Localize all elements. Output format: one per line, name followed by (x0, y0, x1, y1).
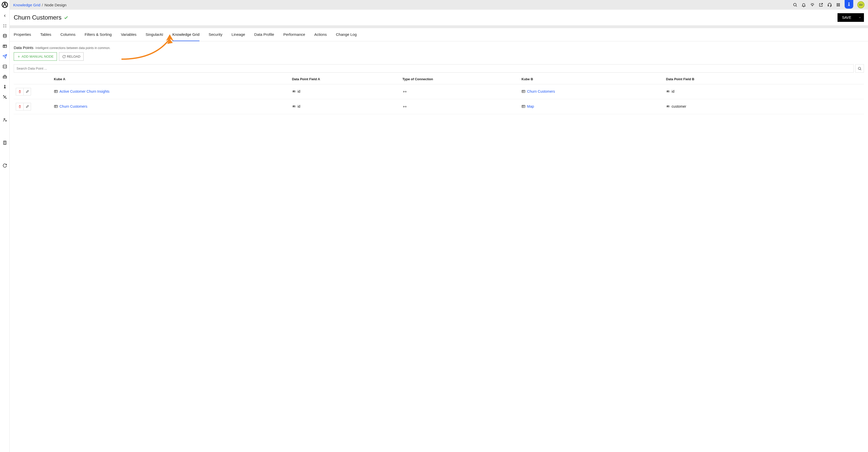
search-input[interactable] (14, 64, 854, 73)
left-rail (0, 0, 10, 452)
tab-properties[interactable]: Properties (14, 28, 31, 41)
svg-rect-19 (839, 3, 840, 4)
svg-rect-6 (3, 45, 7, 48)
svg-point-4 (5, 26, 6, 27)
apps-icon[interactable] (2, 23, 7, 28)
field-a-value: id (298, 104, 300, 108)
field-a-value: id (298, 89, 300, 93)
svg-point-5 (3, 34, 6, 36)
tab-knowledge-grid[interactable]: Knowledge Grid (172, 28, 199, 41)
tab-variables[interactable]: Variables (121, 28, 136, 41)
code-icon[interactable] (2, 64, 7, 69)
table-row: Active Customer Churn Insights 12id Chur… (14, 84, 864, 99)
svg-text:12: 12 (293, 91, 295, 92)
svg-rect-24 (838, 6, 839, 6)
button-row: ADD MANUAL NODE RELOAD (14, 52, 864, 61)
svg-point-2 (5, 25, 6, 25)
tools-icon[interactable] (2, 94, 7, 100)
link-icon (402, 104, 517, 109)
tab-change-log[interactable]: Change Log (336, 28, 357, 41)
svg-rect-15 (828, 5, 829, 6)
svg-text:12: 12 (667, 91, 669, 92)
grid-apps-icon[interactable] (836, 3, 841, 7)
svg-rect-25 (839, 6, 840, 6)
refresh-icon[interactable] (2, 163, 7, 168)
add-manual-node-button[interactable]: ADD MANUAL NODE (14, 52, 57, 61)
check-icon (64, 15, 69, 20)
kube-a-link[interactable]: Active Customer Churn Insights (59, 89, 110, 93)
tab-filters-sorting[interactable]: Filters & Sorting (85, 28, 112, 41)
svg-rect-17 (837, 3, 838, 4)
tabs: Properties Tables Columns Filters & Sort… (10, 28, 868, 41)
delete-row-button[interactable] (16, 103, 23, 110)
lightbulb-icon[interactable] (810, 3, 815, 7)
svg-point-27 (858, 67, 861, 69)
add-manual-node-label: ADD MANUAL NODE (22, 55, 54, 58)
compass-icon[interactable] (2, 84, 7, 89)
col-connection: Type of Connection (400, 74, 519, 84)
save-dropdown-button[interactable] (856, 13, 864, 22)
breadcrumb-current: Node Design (44, 3, 67, 7)
svg-rect-22 (839, 5, 840, 5)
field-badge-icon: 12 (292, 104, 296, 108)
page-title: Churn Customers (14, 14, 61, 21)
kube-a-link[interactable]: Churn Customers (59, 104, 87, 108)
table-mini-icon (54, 89, 58, 93)
tab-tables[interactable]: Tables (40, 28, 51, 41)
breadcrumb: Knowledge Grid / Node Design (13, 3, 67, 7)
tab-singularai[interactable]: SingularAI (146, 28, 163, 41)
table-icon[interactable] (2, 44, 7, 49)
headset-icon[interactable] (827, 3, 832, 7)
svg-rect-31 (522, 90, 525, 92)
send-icon[interactable] (2, 54, 7, 59)
svg-point-13 (794, 3, 796, 6)
field-badge-icon: 12 (666, 104, 670, 108)
data-points-table: Kube A Data Point Field A Type of Connec… (14, 74, 864, 114)
tab-data-profile[interactable]: Data Profile (254, 28, 274, 41)
tab-security[interactable]: Security (209, 28, 222, 41)
kube-b-link[interactable]: Map (527, 104, 534, 108)
database-icon[interactable] (2, 34, 7, 39)
toolbox-icon[interactable] (2, 74, 7, 79)
svg-point-3 (3, 26, 4, 27)
main-area: Knowledge Grid / Node Design SV Churn Cu… (10, 0, 868, 452)
save-button[interactable]: SAVE (838, 13, 856, 22)
breadcrumb-parent[interactable]: Knowledge Grid (13, 3, 40, 7)
svg-rect-37 (522, 105, 525, 107)
edit-row-button[interactable] (23, 103, 31, 110)
edit-row-button[interactable] (23, 88, 31, 95)
section-head: Data Points Intelligent connections betw… (14, 45, 864, 50)
collapse-icon[interactable] (2, 13, 7, 18)
share-icon[interactable] (819, 3, 823, 7)
link-icon (402, 89, 517, 94)
reload-button[interactable]: RELOAD (59, 52, 84, 61)
book-icon[interactable] (2, 140, 7, 145)
topbar: Knowledge Grid / Node Design SV (10, 0, 868, 10)
app-logo (2, 2, 8, 8)
col-field-b: Data Point Field B (664, 74, 864, 84)
kube-b-link[interactable]: Churn Customers (527, 89, 555, 93)
field-badge-icon: 12 (666, 89, 670, 93)
user-settings-icon[interactable] (2, 117, 7, 122)
compass-badge-icon[interactable] (845, 0, 853, 9)
section-title: Data Points (14, 45, 34, 50)
tab-actions[interactable]: Actions (314, 28, 327, 41)
titlebar: Churn Customers SAVE (10, 10, 868, 26)
tab-columns[interactable]: Columns (60, 28, 75, 41)
reload-label: RELOAD (67, 55, 80, 58)
save-group: SAVE (838, 13, 864, 22)
svg-rect-34 (54, 105, 57, 107)
search-icon[interactable] (793, 3, 797, 7)
bell-icon[interactable] (801, 3, 806, 7)
table-mini-icon (521, 89, 525, 93)
field-b-value: id (672, 89, 674, 93)
delete-row-button[interactable] (16, 88, 23, 95)
table-mini-icon (521, 104, 525, 108)
svg-rect-18 (838, 3, 839, 4)
tab-lineage[interactable]: Lineage (231, 28, 245, 41)
avatar[interactable]: SV (857, 1, 864, 8)
svg-rect-23 (837, 6, 838, 6)
search-button[interactable] (855, 64, 864, 73)
svg-point-10 (4, 119, 5, 120)
tab-performance[interactable]: Performance (283, 28, 305, 41)
